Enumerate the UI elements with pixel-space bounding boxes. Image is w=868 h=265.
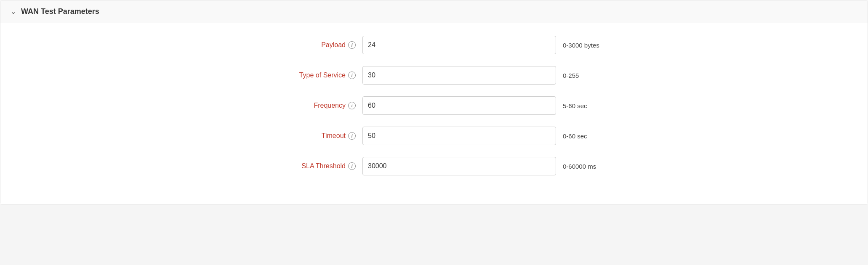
hint-payload: 0-3000 bytes — [563, 42, 622, 49]
form-row-frequency: Frequency i 5-60 sec — [0, 96, 868, 115]
label-group-timeout: Timeout i — [246, 132, 356, 140]
input-frequency[interactable] — [362, 96, 556, 115]
label-frequency: Frequency — [314, 102, 346, 109]
info-icon-frequency[interactable]: i — [348, 102, 356, 109]
label-group-frequency: Frequency i — [246, 102, 356, 109]
label-group-type-of-service: Type of Service i — [246, 72, 356, 79]
panel-header: ⌄ WAN Test Parameters — [0, 0, 868, 23]
info-icon-sla-threshold[interactable]: i — [348, 162, 356, 170]
hint-frequency: 5-60 sec — [563, 102, 622, 109]
panel-body: Payload i 0-3000 bytes Type of Service i… — [0, 23, 868, 204]
hint-sla-threshold: 0-60000 ms — [563, 163, 622, 170]
hint-timeout: 0-60 sec — [563, 132, 622, 140]
info-icon-type-of-service[interactable]: i — [348, 72, 356, 79]
form-row-timeout: Timeout i 0-60 sec — [0, 127, 868, 145]
label-type-of-service: Type of Service — [299, 72, 346, 79]
input-sla-threshold[interactable] — [362, 157, 556, 175]
label-group-payload: Payload i — [246, 41, 356, 49]
input-type-of-service[interactable] — [362, 66, 556, 85]
input-timeout[interactable] — [362, 127, 556, 145]
label-group-sla-threshold: SLA Threshold i — [246, 162, 356, 170]
chevron-icon[interactable]: ⌄ — [11, 8, 16, 16]
label-sla-threshold: SLA Threshold — [301, 162, 346, 170]
hint-type-of-service: 0-255 — [563, 72, 622, 79]
label-timeout: Timeout — [322, 132, 346, 140]
panel-title: WAN Test Parameters — [21, 7, 99, 16]
info-icon-payload[interactable]: i — [348, 41, 356, 49]
label-payload: Payload — [321, 41, 346, 49]
wan-test-parameters-panel: ⌄ WAN Test Parameters Payload i 0-3000 b… — [0, 0, 868, 204]
form-row-type-of-service: Type of Service i 0-255 — [0, 66, 868, 85]
info-icon-timeout[interactable]: i — [348, 132, 356, 140]
form-row-sla-threshold: SLA Threshold i 0-60000 ms — [0, 157, 868, 175]
input-payload[interactable] — [362, 36, 556, 54]
form-row-payload: Payload i 0-3000 bytes — [0, 36, 868, 54]
